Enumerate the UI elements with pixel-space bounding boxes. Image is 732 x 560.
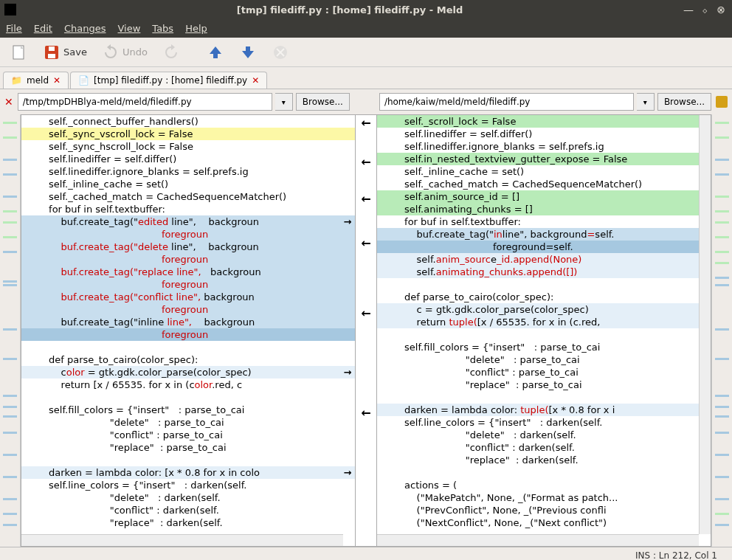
code-line[interactable]: def parse_to_cairo(color_spec): <box>377 291 711 303</box>
overview-mark[interactable] <box>715 415 729 418</box>
close-window-button[interactable]: ⊗ <box>714 3 728 16</box>
code-line[interactable]: self.in_nested_textview_gutter_expose = … <box>377 153 711 165</box>
code-line[interactable]: self.animating_chunks.append([]) <box>377 266 711 278</box>
left-path-dropdown[interactable]: ▾ <box>275 93 293 111</box>
overview-mark[interactable] <box>715 454 729 456</box>
code-line[interactable]: "replace" : parse_to_cai <box>21 441 355 454</box>
tab-meld[interactable]: 📁 meld ✕ <box>3 72 69 89</box>
code-line[interactable]: self._sync_vscroll_lock = False <box>21 128 355 140</box>
code-line[interactable]: return tuple([x / 65535. for x in (c.red… <box>377 316 711 328</box>
overview-mark[interactable] <box>3 406 17 408</box>
overview-mark[interactable] <box>715 251 729 253</box>
code-line[interactable]: actions = ( <box>377 479 711 491</box>
code-line[interactable]: "conflict" : darken(self. <box>377 441 711 454</box>
new-button[interactable] <box>6 41 32 64</box>
code-line[interactable]: "delete" : darken(self. <box>21 491 355 504</box>
code-line[interactable]: buf.create_tag("inline", background=self… <box>377 228 711 241</box>
merge-arrow-button[interactable]: ← <box>360 407 372 418</box>
merge-arrow-button[interactable]: → <box>342 366 353 378</box>
right-code-pane[interactable]: self._scroll_lock = False self.linediffe… <box>376 114 711 547</box>
save-button[interactable]: Save <box>38 41 92 64</box>
right-scrollbar-horizontal[interactable] <box>377 534 699 546</box>
link-column[interactable]: ←←←←←← <box>356 114 376 547</box>
code-line[interactable]: darken = lambda color: [x * 0.8 for x in… <box>21 466 355 479</box>
code-line[interactable]: for buf in self.textbuffer: <box>377 215 711 228</box>
code-line[interactable]: ("NextConflict", None, _("Next conflict"… <box>377 516 711 529</box>
menu-edit[interactable]: Edit <box>34 23 52 34</box>
code-line[interactable]: foregroun <box>21 278 355 291</box>
code-line[interactable] <box>377 278 711 291</box>
overview-mark[interactable] <box>3 221 17 224</box>
code-line[interactable]: self._connect_buffer_handlers() <box>21 115 355 128</box>
code-line[interactable]: for buf in self.textbuffer: <box>21 203 355 215</box>
merge-arrow-button[interactable]: ← <box>360 193 372 204</box>
code-line[interactable]: self.anim_source_id.append(None) <box>377 253 711 266</box>
right-overview-column[interactable] <box>711 114 732 547</box>
overview-mark[interactable] <box>715 221 729 224</box>
code-line[interactable]: def parse_to_cairo(color_spec): <box>21 353 355 366</box>
left-path-input[interactable] <box>18 93 272 111</box>
code-line[interactable]: self.anim_source_id = [] <box>377 190 711 203</box>
code-line[interactable]: "delete" : parse_to_cai <box>21 416 355 429</box>
merge-arrow-button[interactable]: → <box>342 215 353 227</box>
overview-mark[interactable] <box>3 173 17 176</box>
overview-mark[interactable] <box>715 476 729 478</box>
overview-mark[interactable] <box>715 159 729 161</box>
code-line[interactable]: self._scroll_lock = False <box>377 115 711 128</box>
overview-mark[interactable] <box>715 284 729 286</box>
overview-mark[interactable] <box>3 432 17 434</box>
overview-mark[interactable] <box>3 454 17 456</box>
overview-mark[interactable] <box>715 122 729 124</box>
overview-mark[interactable] <box>3 415 17 418</box>
code-line[interactable]: self.fill_colors = {"insert" : parse_to_… <box>21 404 355 416</box>
overview-mark[interactable] <box>715 136 729 139</box>
code-line[interactable]: ("PrevConflict", None, _("Previous confl… <box>377 504 711 516</box>
merge-arrow-button[interactable]: ← <box>360 117 372 128</box>
overview-mark[interactable] <box>3 328 17 331</box>
overview-mark[interactable] <box>715 196 729 198</box>
overview-mark[interactable] <box>715 498 729 500</box>
left-overview-column[interactable] <box>0 114 21 547</box>
overview-mark[interactable] <box>3 236 17 238</box>
code-line[interactable] <box>21 391 355 404</box>
code-line[interactable]: self._cached_match = CachedSequenceMatch… <box>21 190 355 203</box>
right-path-input[interactable] <box>379 93 634 111</box>
overview-mark[interactable] <box>715 262 729 264</box>
code-line[interactable] <box>377 466 711 479</box>
code-line[interactable]: self.line_colors = {"insert" : darken(se… <box>377 416 711 429</box>
code-line[interactable]: "conflict" : darken(self. <box>21 504 355 516</box>
code-line[interactable]: self.linediffer.ignore_blanks = self.pre… <box>377 140 711 153</box>
menu-file[interactable]: File <box>6 23 22 34</box>
code-line[interactable]: self.linediffer = self.differ() <box>21 153 355 165</box>
overview-mark[interactable] <box>3 136 17 139</box>
overview-mark[interactable] <box>3 524 17 526</box>
right-scrollbar-vertical[interactable] <box>699 115 711 534</box>
code-line[interactable]: foregroun <box>21 303 355 316</box>
code-line[interactable] <box>21 454 355 466</box>
code-line[interactable]: self.linediffer.ignore_blanks = self.pre… <box>21 165 355 178</box>
code-line[interactable] <box>377 391 711 404</box>
code-line[interactable]: self._inline_cache = set() <box>21 178 355 190</box>
code-line[interactable]: "replace" : darken(self. <box>377 454 711 466</box>
overview-mark[interactable] <box>3 476 17 478</box>
code-line[interactable]: c = gtk.gdk.color_parse(color_spec) <box>377 303 711 316</box>
down-arrow-button[interactable] <box>235 41 261 64</box>
code-line[interactable]: "delete" : parse_to_cai <box>377 353 711 366</box>
code-line[interactable]: "replace" : darken(self. <box>21 516 355 529</box>
overview-mark[interactable] <box>715 395 729 397</box>
code-line[interactable]: foreground=self. <box>377 241 711 253</box>
overview-mark[interactable] <box>715 358 729 360</box>
code-line[interactable]: buf.create_tag("replace line", backgroun <box>21 266 355 278</box>
overview-mark[interactable] <box>3 498 17 500</box>
code-line[interactable]: foregroun <box>21 253 355 266</box>
overview-mark[interactable] <box>3 395 17 397</box>
merge-arrow-button[interactable]: ← <box>360 307 372 319</box>
code-line[interactable] <box>21 341 355 353</box>
left-browse-button[interactable]: Browse... <box>296 93 350 111</box>
right-path-dropdown[interactable]: ▾ <box>637 93 655 111</box>
code-line[interactable]: self.animating_chunks = [] <box>377 203 711 215</box>
overview-mark[interactable] <box>715 210 729 212</box>
overview-mark[interactable] <box>715 406 729 408</box>
minimize-button[interactable]: — <box>682 3 695 16</box>
code-line[interactable]: self._cached_match = CachedSequenceMatch… <box>377 178 711 190</box>
